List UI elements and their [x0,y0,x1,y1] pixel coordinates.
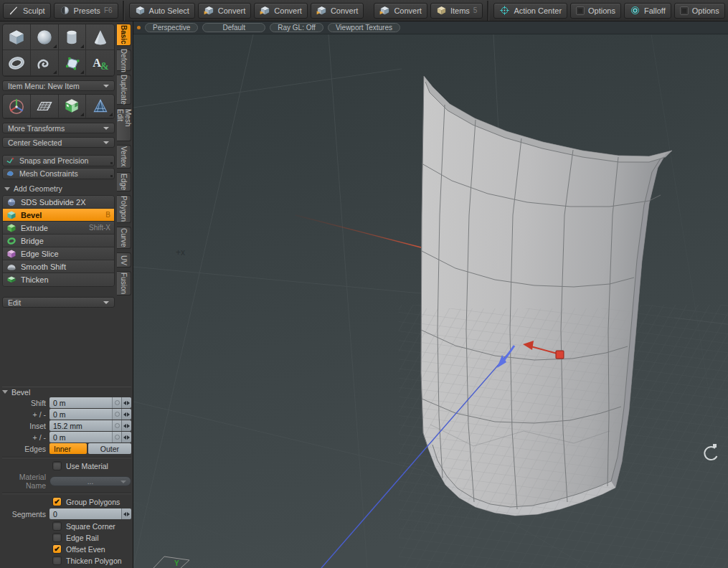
convert-button-3[interactable]: Convert [311,3,364,19]
square-corner-row: Square Corner [52,521,131,531]
falloff-options-button[interactable]: Options [674,3,725,19]
tab-duplicate[interactable]: Duplicate [117,75,131,105]
segments-spinner[interactable] [121,508,131,519]
perspective-pill[interactable]: Perspective [145,23,198,32]
tab-fusion[interactable]: Fusion [117,271,131,295]
falloff-button[interactable]: Falloff [624,3,671,19]
items-button[interactable]: Items 5 [430,3,483,19]
thicken-polygon-label: Thicken Polygon [66,557,122,565]
shift-variance-input[interactable]: 0 m [49,409,112,420]
inset-variance-input[interactable]: 0 m [49,432,112,442]
cone-primitive-button[interactable] [86,24,114,50]
add-geometry-list: SDS Subdivide 2X Bevel B Extrude Shift-X… [2,195,115,287]
convert-label: Convert [331,6,359,15]
action-center-button[interactable]: Action Center [493,3,567,19]
sphere-primitive-button[interactable] [31,24,59,50]
shading-default-pill[interactable]: Default [202,23,265,32]
inset-input[interactable]: 15.2 mm [49,420,112,431]
shift-input[interactable]: 0 m [49,397,112,408]
action-center-options-button[interactable]: Options [570,3,621,19]
more-transforms-dropdown[interactable]: More Transforms [2,123,115,133]
shift-variance-spinner[interactable] [121,409,131,420]
cube-primitive-button[interactable] [3,24,31,50]
use-material-row: Use Material [52,461,131,470]
snaps-and-precision-button[interactable]: Snaps and Precision [2,155,115,166]
inset-variance-dial[interactable] [112,432,121,442]
thicken-item[interactable]: Thicken [3,273,114,286]
gyro-tool-button[interactable] [3,95,31,118]
shift-dial[interactable] [112,397,121,408]
thicken-polygon-checkbox[interactable] [52,556,62,565]
extrude-icon [6,223,16,233]
segments-input[interactable]: 0 [49,508,121,519]
polygon-pen-button[interactable] [59,50,87,76]
options-label: Options [588,6,615,15]
toolbar-separator [487,1,489,21]
tab-mesh-edit[interactable]: Mesh Edit [117,108,131,141]
material-name-row: Material Name ... [2,473,131,490]
edges-outer-option[interactable]: Outer [88,443,131,454]
inset-variance-spinner[interactable] [121,432,131,442]
edge-rail-label: Edge Rail [66,534,99,542]
tab-deform[interactable]: Deform [117,49,131,71]
presets-button[interactable]: Presets F6 [54,3,118,19]
bridge-item[interactable]: Bridge [3,235,114,247]
add-geometry-header[interactable]: Add Geometry [2,184,115,194]
center-selected-label: Center Selected [8,138,62,147]
bevel-panel-header[interactable]: Bevel [2,387,131,397]
mesh-constraints-button[interactable]: Mesh Constraints [2,168,115,179]
pen-icon [9,5,19,16]
extrude-item[interactable]: Extrude Shift-X [3,222,114,235]
cube-icon [135,5,146,16]
tab-edge[interactable]: Edge [117,172,131,191]
cylinder-primitive-button[interactable] [59,24,87,50]
tab-polygon[interactable]: Polygon [117,195,131,223]
convert-button-4[interactable]: Convert [374,3,427,19]
viewport-textures-pill[interactable]: Viewport Textures [328,23,400,32]
tool-label: Thicken [21,275,49,284]
offset-even-checkbox[interactable] [52,544,62,554]
shift-variance-dial[interactable] [112,409,121,420]
edge-slice-item[interactable]: Edge Slice [3,247,114,260]
wedge-tool-button[interactable] [86,95,114,118]
shift-spinner[interactable] [121,397,131,408]
material-name-dropdown[interactable]: ... [49,476,131,486]
tool-icon-grid [2,94,115,119]
edge-rail-checkbox[interactable] [52,533,62,542]
tab-basic[interactable]: Basic [117,24,131,46]
sculpt-button[interactable]: Sculpt [3,3,51,19]
torus-primitive-button[interactable] [3,50,31,76]
snaps-label: Snaps and Precision [19,156,88,165]
sds-subdivide-item[interactable]: SDS Subdivide 2X [3,196,114,209]
3d-viewport[interactable]: +x [133,34,728,568]
smooth-shift-item[interactable]: Smooth Shift [3,260,114,273]
bevel-item[interactable]: Bevel B [3,209,114,222]
tool-label: Bridge [21,237,44,245]
edges-inner-option[interactable]: Inner [49,443,87,454]
viewport-canvas[interactable]: +x [133,34,728,568]
tab-curve[interactable]: Curve [117,227,131,249]
convert-button-2[interactable]: Convert [254,3,308,19]
center-selected-dropdown[interactable]: Center Selected [2,137,115,148]
tab-uv[interactable]: UV [117,252,131,268]
edit-dropdown[interactable]: Edit [2,297,115,308]
inset-spinner[interactable] [121,420,131,431]
convert-button-1[interactable]: Convert [198,3,252,19]
mesh-constraints-label: Mesh Constraints [19,169,78,178]
ray-gl-pill[interactable]: Ray GL: Off [270,23,323,32]
square-corner-checkbox[interactable] [52,521,62,531]
uv-cube-tool-button[interactable] [59,95,87,118]
y-axis-label: Y [174,559,179,567]
item-menu-dropdown[interactable]: Item Menu: New Item [2,80,115,91]
helix-primitive-button[interactable] [31,50,59,76]
use-material-checkbox[interactable] [52,461,62,470]
text-tool-button[interactable] [86,50,114,76]
inset-dial[interactable] [112,420,121,431]
grid-plane-tool-button[interactable] [31,95,59,118]
group-polygons-checkbox[interactable] [52,497,62,506]
red-square-handle[interactable] [556,351,564,359]
tab-vertex[interactable]: Vertex [117,145,131,169]
edit-label: Edit [8,298,21,307]
auto-select-button[interactable]: Auto Select [129,3,195,19]
inset-label: Inset [2,422,49,430]
